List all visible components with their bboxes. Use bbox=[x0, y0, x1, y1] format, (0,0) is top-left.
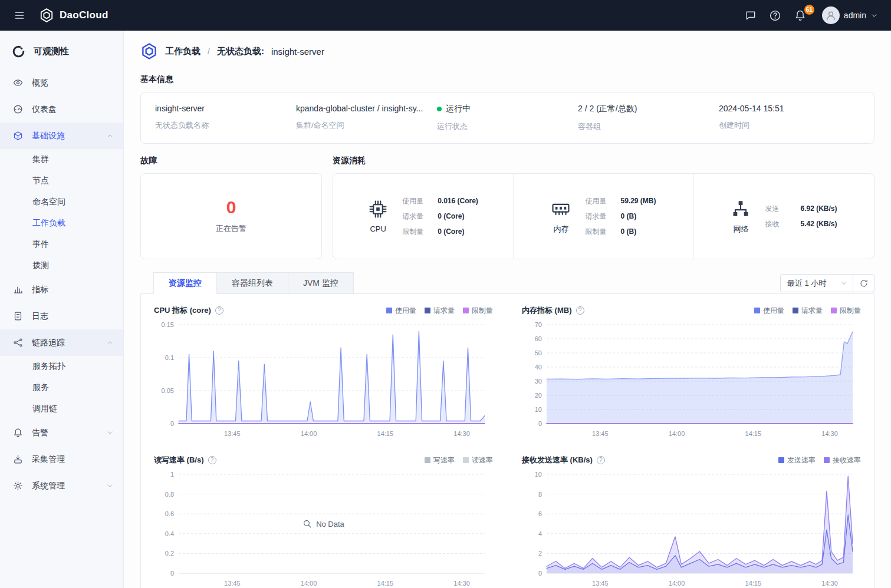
sidebar-item-collection[interactable]: 采集管理 bbox=[0, 446, 123, 473]
chart-body: 024681013:4514:0014:1514:30 bbox=[522, 468, 861, 588]
legend-item[interactable]: 写速率 bbox=[425, 455, 455, 465]
brand[interactable]: DaoCloud bbox=[39, 8, 109, 23]
legend-label: 发送速率 bbox=[787, 455, 816, 465]
sidebar-item-traces[interactable]: 调用链 bbox=[0, 398, 123, 419]
cpu-metrics-chart: CPU 指标 (core) 使用量请求量限制量 00.050.10.1513:4… bbox=[154, 303, 493, 444]
chart-header: CPU 指标 (core) 使用量请求量限制量 bbox=[154, 303, 493, 318]
svg-text:13:45: 13:45 bbox=[592, 580, 609, 587]
legend-swatch bbox=[831, 308, 837, 313]
sidebar-item-service-topology[interactable]: 服务拓扑 bbox=[0, 356, 123, 377]
help-icon[interactable] bbox=[597, 456, 605, 464]
menu-toggle-button[interactable] bbox=[9, 5, 29, 25]
status-dot bbox=[437, 107, 442, 111]
help-icon[interactable] bbox=[208, 456, 216, 464]
sidebar-item-system[interactable]: 系统管理 bbox=[0, 473, 123, 499]
legend-label: 使用量 bbox=[763, 306, 784, 316]
legend-item[interactable]: 限制量 bbox=[831, 306, 861, 316]
chevron-down-icon bbox=[840, 280, 847, 287]
chart-header: 读写速率 (B/s) 写速率读速率 bbox=[154, 453, 493, 467]
user-menu[interactable]: admin bbox=[822, 6, 878, 24]
brand-name: DaoCloud bbox=[60, 9, 109, 21]
no-data-label: No Data bbox=[316, 520, 344, 528]
network-received-key: 接收 bbox=[765, 219, 791, 229]
sidebar-item-label: 仪表盘 bbox=[32, 104, 57, 115]
sidebar-item-label: 告警 bbox=[32, 428, 48, 438]
sidebar-item-events[interactable]: 事件 bbox=[0, 234, 123, 255]
svg-text:0.1: 0.1 bbox=[165, 354, 174, 361]
memory-request-key: 请求量 bbox=[585, 212, 611, 222]
notifications-button[interactable]: 61 bbox=[790, 5, 810, 25]
logs-icon bbox=[13, 311, 23, 321]
svg-text:2: 2 bbox=[538, 550, 542, 557]
sidebar-item-nodes[interactable]: 节点 bbox=[0, 170, 123, 191]
sidebar-item-alerts[interactable]: 告警 bbox=[0, 419, 123, 446]
svg-text:6: 6 bbox=[538, 510, 542, 517]
svg-text:14:15: 14:15 bbox=[377, 430, 394, 437]
sidebar-item-workloads[interactable]: 工作负载 bbox=[0, 213, 123, 234]
memory-usage-key: 使用量 bbox=[585, 196, 611, 206]
help-icon[interactable] bbox=[215, 306, 223, 315]
resources-card: CPU 使用量0.016 (Core) 请求量0 (Core) 限制量0 (Co… bbox=[333, 173, 874, 259]
sidebar-item-overview[interactable]: 概览 bbox=[0, 70, 123, 96]
chevron-down-icon bbox=[870, 12, 878, 19]
memory-limit-value: 0 (B) bbox=[620, 227, 636, 236]
sidebar-item-clusters[interactable]: 集群 bbox=[0, 149, 123, 170]
legend-item[interactable]: 使用量 bbox=[754, 306, 784, 316]
avatar bbox=[822, 6, 840, 24]
sidebar-item-infrastructure[interactable]: 基础设施 bbox=[0, 123, 123, 149]
sidebar-item-dashboards[interactable]: 仪表盘 bbox=[0, 96, 123, 123]
refresh-button[interactable] bbox=[853, 274, 874, 292]
breadcrumb-workloads-link[interactable]: 工作负载 bbox=[165, 46, 200, 57]
resources-column: 资源消耗 CPU 使用量0.016 (Core) 请求量0 (Core) 限制量… bbox=[333, 144, 874, 259]
topbar-actions: 61 admin bbox=[741, 5, 878, 25]
legend-item[interactable]: 请求量 bbox=[793, 306, 823, 316]
charts-grid: CPU 指标 (core) 使用量请求量限制量 00.050.10.1513:4… bbox=[154, 303, 861, 588]
sidebar-item-probes[interactable]: 拨测 bbox=[0, 255, 123, 276]
created-time-value: 2024-05-14 15:51 bbox=[719, 104, 860, 113]
network-received-value: 5.42 (KB/s) bbox=[800, 220, 837, 228]
network-icon bbox=[731, 199, 751, 219]
time-range-value: 最近 1 小时 bbox=[787, 278, 826, 289]
tab-resource-monitoring[interactable]: 资源监控 bbox=[153, 272, 217, 294]
sidebar-item-tracing[interactable]: 链路追踪 bbox=[0, 329, 123, 356]
charts-panel: CPU 指标 (core) 使用量请求量限制量 00.050.10.1513:4… bbox=[140, 293, 874, 588]
cpu-usage-value: 0.016 (Core) bbox=[438, 197, 478, 205]
legend-item[interactable]: 使用量 bbox=[386, 306, 416, 316]
legend-label: 请求量 bbox=[433, 306, 455, 316]
legend-item[interactable]: 接收速率 bbox=[824, 455, 861, 465]
cpu-usage-group: CPU 使用量0.016 (Core) 请求量0 (Core) 限制量0 (Co… bbox=[333, 174, 513, 259]
legend-item[interactable]: 发送速率 bbox=[778, 455, 816, 465]
legend-swatch bbox=[463, 457, 469, 463]
memory-metrics-chart: 内存指标 (MB) 使用量请求量限制量 01020304050607013:45… bbox=[522, 303, 861, 444]
help-icon[interactable] bbox=[576, 306, 584, 315]
svg-text:14:15: 14:15 bbox=[745, 430, 762, 437]
tab-jvm-monitoring[interactable]: JVM 监控 bbox=[288, 272, 354, 294]
daocloud-logo-icon bbox=[39, 8, 54, 23]
sidebar-item-services[interactable]: 服务 bbox=[0, 377, 123, 398]
svg-text:8: 8 bbox=[538, 491, 542, 498]
legend-item[interactable]: 读速率 bbox=[463, 455, 493, 465]
monitor-tabs-row: 资源监控 容器组列表 JVM 监控 最近 1 小时 bbox=[140, 272, 874, 294]
svg-text:14:00: 14:00 bbox=[301, 580, 317, 587]
legend-label: 读速率 bbox=[472, 455, 493, 465]
svg-text:14:15: 14:15 bbox=[377, 580, 394, 587]
chart-legend: 使用量请求量限制量 bbox=[386, 306, 493, 316]
svg-text:14:00: 14:00 bbox=[669, 430, 685, 437]
dashboard-icon bbox=[13, 104, 23, 114]
sidebar-item-metrics[interactable]: 指标 bbox=[0, 276, 123, 303]
svg-text:30: 30 bbox=[535, 378, 542, 385]
legend-label: 写速率 bbox=[433, 455, 455, 465]
time-range-select[interactable]: 最近 1 小时 bbox=[780, 274, 853, 292]
sidebar-item-logs[interactable]: 日志 bbox=[0, 303, 123, 329]
legend-swatch bbox=[824, 457, 830, 463]
help-button[interactable] bbox=[765, 5, 785, 25]
sidebar-item-namespaces[interactable]: 命名空间 bbox=[0, 191, 123, 213]
svg-text:14:00: 14:00 bbox=[669, 580, 685, 587]
legend-item[interactable]: 请求量 bbox=[425, 306, 455, 316]
tab-pod-list[interactable]: 容器组列表 bbox=[217, 272, 288, 294]
svg-text:0.15: 0.15 bbox=[162, 321, 174, 328]
legend-item[interactable]: 限制量 bbox=[463, 306, 493, 316]
legend-swatch bbox=[463, 308, 469, 313]
pods-value: 2 / 2 (正常/总数) bbox=[578, 104, 719, 114]
chat-button[interactable] bbox=[741, 5, 761, 25]
